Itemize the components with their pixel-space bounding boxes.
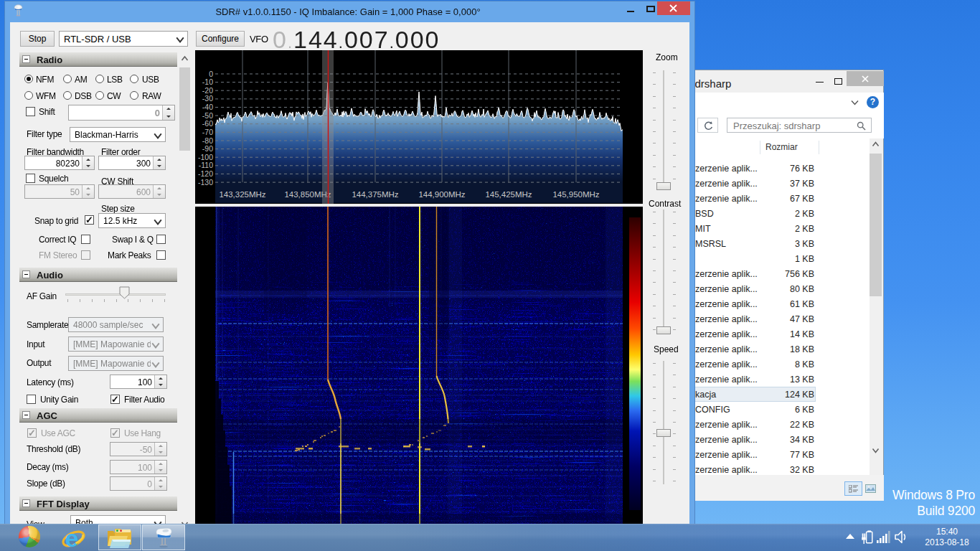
svg-text:-70: -70 [202,128,213,136]
svg-text:-110: -110 [199,161,213,169]
svg-text:-30: -30 [202,94,213,103]
svg-text:-80: -80 [202,136,213,145]
svg-text:0: 0 [209,70,213,78]
svg-text:-60: -60 [202,119,213,128]
svg-text:-100: -100 [198,153,213,161]
svg-text:-120: -120 [198,169,213,178]
svg-text:-130: -130 [198,178,213,187]
svg-text:-50: -50 [202,111,213,120]
svg-text:145,950MHz: 145,950MHz [552,190,599,199]
svg-text:144,375MHz: 144,375MHz [352,190,398,199]
svg-text:-40: -40 [202,103,213,111]
svg-text:143,325MHz: 143,325MHz [219,190,265,199]
svg-text:-10: -10 [202,77,213,86]
svg-text:-90: -90 [202,144,213,153]
svg-text:144,900MHz: 144,900MHz [418,190,465,199]
svg-text:e: e [65,525,79,550]
svg-text:-20: -20 [202,86,213,95]
svg-text:145,425MHz: 145,425MHz [485,190,532,199]
